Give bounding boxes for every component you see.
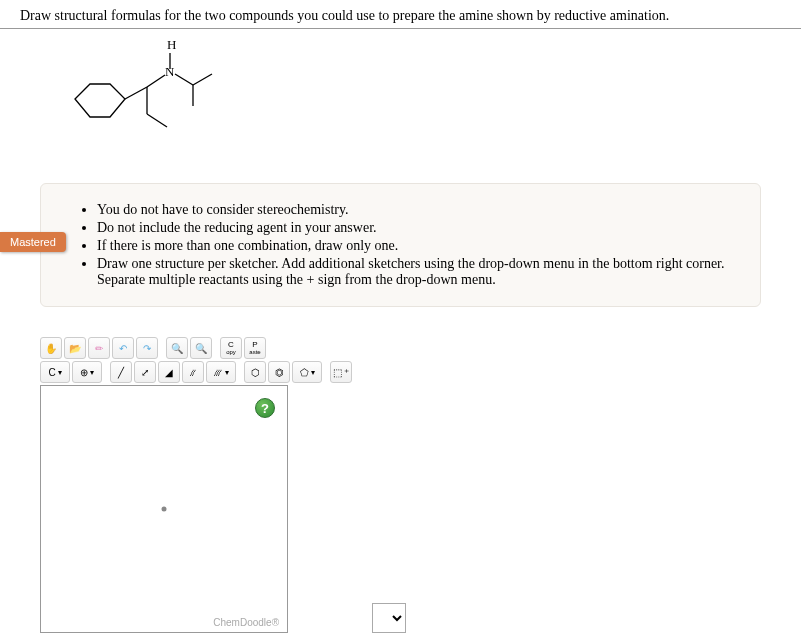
toolbar-row-1: ✋ 📂 ✏ ↶ ↷ 🔍 🔍 Copy Paste <box>40 337 410 359</box>
charge-dropdown[interactable]: ⊕ <box>72 361 102 383</box>
svg-line-4 <box>147 75 165 87</box>
redo-tool[interactable]: ↷ <box>136 337 158 359</box>
zoom-out-tool[interactable]: 🔍 <box>190 337 212 359</box>
move-tool[interactable]: ✋ <box>40 337 62 359</box>
instructions-list: You do not have to consider stereochemis… <box>61 202 740 288</box>
instruction-item: If there is more than one combination, d… <box>97 238 740 254</box>
instructions-panel: You do not have to consider stereochemis… <box>40 183 761 307</box>
ring-dropdown[interactable]: ⬠ <box>292 361 322 383</box>
n-label: N <box>165 64 175 79</box>
h-label: H <box>167 39 176 52</box>
marquee-tool[interactable]: ⬚ ⁺ <box>330 361 352 383</box>
mastered-badge: Mastered <box>0 232 66 252</box>
sketcher-widget: ✋ 📂 ✏ ↶ ↷ 🔍 🔍 Copy Paste C ⊕ ╱ ⤢ ◢ ⫽ ⫻ ⬡… <box>40 337 410 633</box>
undo-tool[interactable]: ↶ <box>112 337 134 359</box>
question-text: Draw structural formulas for the two com… <box>0 0 801 29</box>
instruction-item: Do not include the reducing agent in you… <box>97 220 740 236</box>
instruction-item: You do not have to consider stereochemis… <box>97 202 740 218</box>
svg-marker-0 <box>75 84 125 117</box>
toolbar-row-2: C ⊕ ╱ ⤢ ◢ ⫽ ⫻ ⬡ ⏣ ⬠ ⬚ ⁺ <box>40 361 410 383</box>
drawing-canvas[interactable]: ? ChemDoodle® <box>40 385 288 633</box>
element-dropdown[interactable]: C <box>40 361 70 383</box>
copy-button[interactable]: Copy <box>220 337 242 359</box>
zoom-in-tool[interactable]: 🔍 <box>166 337 188 359</box>
protruding-bond-tool[interactable]: ◢ <box>158 361 180 383</box>
erase-tool[interactable]: ✏ <box>88 337 110 359</box>
instruction-item: Draw one structure per sketcher. Add add… <box>97 256 740 288</box>
double-bond-tool[interactable]: ⫽ <box>182 361 204 383</box>
cyclohexane-tool[interactable]: ⬡ <box>244 361 266 383</box>
recessed-bond-tool[interactable]: ⤢ <box>134 361 156 383</box>
svg-line-7 <box>193 74 212 85</box>
benzene-tool[interactable]: ⏣ <box>268 361 290 383</box>
svg-line-3 <box>147 114 167 127</box>
help-icon[interactable]: ? <box>255 398 275 418</box>
single-bond-tool[interactable]: ╱ <box>110 361 132 383</box>
triple-bond-dropdown[interactable]: ⫻ <box>206 361 236 383</box>
paste-button[interactable]: Paste <box>244 337 266 359</box>
open-tool[interactable]: 📂 <box>64 337 86 359</box>
target-molecule-structure: H N <box>0 29 801 173</box>
canvas-origin-dot <box>162 507 167 512</box>
add-sketcher-dropdown[interactable] <box>372 603 406 633</box>
svg-line-6 <box>175 74 193 85</box>
svg-line-1 <box>125 87 147 99</box>
chemdoodle-brand: ChemDoodle® <box>213 617 279 628</box>
